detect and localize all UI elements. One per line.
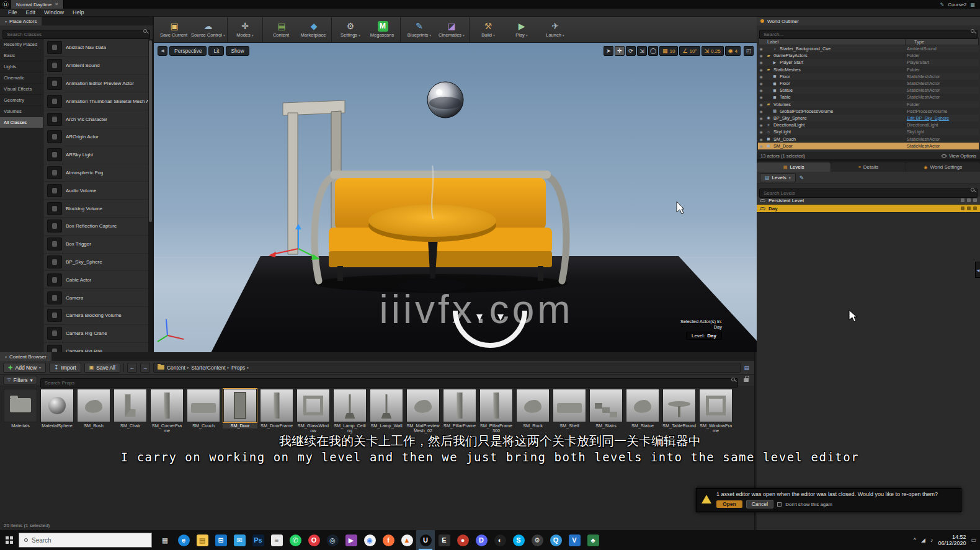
actor-class-item[interactable]: Camera Rig Rail bbox=[43, 343, 153, 352]
asset-tile[interactable]: SM_PillarFrame bbox=[442, 389, 477, 428]
taskbar-app-icon[interactable]: ● bbox=[453, 530, 472, 550]
back-button[interactable]: ← bbox=[127, 363, 137, 373]
taskbar-app-icon[interactable]: ⚙ bbox=[528, 530, 546, 550]
view-options-button[interactable]: View Options bbox=[942, 153, 976, 159]
asset-tile[interactable]: SM_Lamp_Ceiling bbox=[332, 389, 367, 434]
asset-tile[interactable]: SM_Bush bbox=[76, 389, 111, 428]
taskbar-app-icon[interactable]: Ps bbox=[249, 530, 267, 550]
levels-menu-button[interactable]: ▤ Levels ▾ bbox=[760, 173, 796, 182]
taskbar-app-icon[interactable]: ✆ bbox=[286, 530, 305, 550]
asset-tile[interactable]: Materials bbox=[3, 389, 38, 428]
actor-class-item[interactable]: Arch Vis Character bbox=[43, 110, 153, 128]
taskbar-search[interactable]: Search bbox=[19, 533, 152, 548]
asset-tile[interactable]: SM_GlassWindow bbox=[296, 389, 331, 434]
start-button[interactable] bbox=[0, 530, 19, 550]
actor-class-item[interactable]: Abstract Nav Data bbox=[43, 39, 153, 57]
content-browser-tab[interactable]: ▾ Content Browser bbox=[0, 352, 51, 361]
clock[interactable]: 14:52 06/12/2020 bbox=[938, 534, 966, 546]
asset-tile[interactable]: SM_WindowFrame bbox=[698, 389, 733, 434]
dont-show-checkbox[interactable] bbox=[777, 502, 782, 507]
outliner-row[interactable]: ◉ ☀ DirectionalLight DirectionalLight bbox=[758, 122, 979, 128]
asset-tile[interactable]: SM_PillarFrame300 bbox=[479, 389, 514, 434]
category-item[interactable]: Visual Effects bbox=[0, 84, 43, 95]
taskbar-app-icon[interactable]: ✉ bbox=[230, 530, 249, 550]
open-button[interactable]: Open bbox=[716, 500, 742, 508]
taskbar-app-icon[interactable]: ▲ bbox=[398, 530, 416, 550]
outliner-row[interactable]: ◉ ◼ SM_Couch StaticMeshActor bbox=[758, 135, 979, 142]
asset-tile[interactable]: SM_Statue bbox=[625, 389, 660, 428]
taskbar-app-icon[interactable]: ▶ bbox=[342, 530, 360, 550]
outliner-search-input[interactable] bbox=[759, 30, 978, 39]
visibility-eye-icon[interactable]: ◉ bbox=[758, 88, 764, 92]
asset-tile[interactable]: MaterialSphere bbox=[40, 389, 74, 428]
rotate-tool-icon[interactable]: ⟳ bbox=[626, 46, 636, 56]
visibility-eye-icon[interactable]: ◉ bbox=[758, 74, 764, 79]
visibility-eye-icon[interactable]: ◉ bbox=[758, 123, 764, 127]
menu-item[interactable]: Help bbox=[68, 9, 89, 16]
actor-class-item[interactable]: ARSky Light bbox=[43, 146, 153, 164]
camera-speed-control[interactable]: ◉ 4 bbox=[725, 46, 741, 56]
outliner-row[interactable]: ◉ ◼ Floor StaticMeshActor bbox=[758, 73, 979, 80]
panel-expand-tab[interactable]: ◀ bbox=[975, 262, 980, 278]
asset-tile[interactable]: SM_Door bbox=[223, 389, 257, 428]
outliner-row[interactable]: ◉ ◼ SM_Door StaticMeshActor bbox=[758, 143, 979, 149]
panel-tab[interactable]: ◉ World Settings bbox=[906, 162, 980, 172]
asset-tile[interactable]: SM_Stairs bbox=[589, 389, 623, 428]
taskbar-app-icon[interactable]: e bbox=[174, 530, 193, 550]
actor-class-item[interactable]: Cable Actor bbox=[43, 271, 153, 289]
show-button[interactable]: Show bbox=[226, 46, 249, 56]
category-item[interactable]: All Classes bbox=[0, 117, 43, 128]
actor-class-item[interactable]: Camera Rig Crane bbox=[43, 325, 153, 343]
level-tab[interactable]: Normal Daytime ✕ bbox=[11, 0, 64, 9]
category-item[interactable]: Lights bbox=[0, 61, 43, 73]
scrollbar[interactable] bbox=[148, 39, 153, 352]
asset-tile[interactable]: SM_CornerFrame bbox=[149, 389, 184, 434]
actor-class-item[interactable]: AROrigin Actor bbox=[43, 128, 153, 146]
viewport-options-button[interactable]: ◀ bbox=[158, 46, 167, 56]
visibility-eye-icon[interactable]: ◉ bbox=[758, 95, 764, 99]
breadcrumb-item[interactable]: Content bbox=[167, 365, 185, 371]
asset-tile[interactable]: SM_Couch bbox=[186, 389, 221, 428]
taskbar-app-icon[interactable]: Q bbox=[546, 530, 565, 550]
actor-class-item[interactable]: Camera Blocking Volume bbox=[43, 307, 153, 325]
outliner-row[interactable]: ◉ ◼ Statue StaticMeshActor bbox=[758, 87, 979, 94]
visibility-eye-icon[interactable] bbox=[760, 207, 765, 210]
asset-search-input[interactable] bbox=[40, 378, 738, 388]
scale-tool-icon[interactable]: ⇲ bbox=[637, 46, 647, 56]
lock-icon[interactable] bbox=[744, 378, 749, 382]
menu-item[interactable]: Edit bbox=[22, 9, 40, 16]
toolbar-button[interactable]: ☁ Source Control▾ bbox=[191, 17, 228, 42]
save-icon[interactable] bbox=[967, 206, 971, 210]
taskbar-app-icon[interactable]: ⊞ bbox=[212, 530, 230, 550]
taskbar-app-icon[interactable]: ◉ bbox=[360, 530, 379, 550]
visibility-eye-icon[interactable]: ◉ bbox=[758, 47, 764, 51]
outliner-row[interactable]: ◉ ☼ SkyLight SkyLight bbox=[758, 128, 979, 135]
filters-button[interactable]: ▽ Filters ▾ bbox=[3, 376, 37, 384]
visibility-eye-icon[interactable]: ◉ bbox=[758, 53, 764, 58]
outliner-row[interactable]: ◉ ♪ Starter_Background_Cue AmbientSound bbox=[758, 45, 979, 52]
taskbar-app-icon[interactable]: U bbox=[416, 530, 435, 550]
viewport[interactable]: iiivfx.com ◀ Perspective Lit Show ➤ ✛ ⟳ … bbox=[154, 43, 757, 352]
toolbar-button[interactable]: ✎ Blueprints▾ bbox=[403, 17, 436, 42]
visibility-eye-icon[interactable]: ◉ bbox=[758, 144, 764, 148]
outliner-row[interactable]: ◉ ▰ GamePlayActors Folder bbox=[758, 52, 979, 59]
outliner-row[interactable]: ◉ ▰ StaticMeshes Folder bbox=[758, 66, 979, 73]
taskbar-app-icon[interactable]: V bbox=[565, 530, 584, 550]
taskbar-app-icon[interactable]: D bbox=[472, 530, 491, 550]
outliner-row[interactable]: ◉ ▶ Player Start PlayerStart bbox=[758, 59, 979, 66]
category-item[interactable]: Volumes bbox=[0, 106, 43, 117]
toolbar-button[interactable]: ◆ Marketplace bbox=[298, 17, 332, 42]
actor-class-item[interactable]: Box Reflection Capture bbox=[43, 218, 153, 236]
taskbar-app-icon[interactable]: ♣ bbox=[584, 530, 602, 550]
taskbar-app-icon[interactable]: O bbox=[305, 530, 323, 550]
viewport-3d-scene[interactable]: iiivfx.com bbox=[154, 43, 757, 352]
asset-tile[interactable]: SM_MatPreviewMesh_02 bbox=[406, 389, 440, 434]
import-button[interactable]: ↧ Import bbox=[49, 363, 81, 373]
visibility-eye-icon[interactable]: ◉ bbox=[758, 130, 764, 134]
outliner-row[interactable]: ◉ ▩ GlobalPostProcessVolume PostProcessV… bbox=[758, 108, 979, 115]
rotation-snap-control[interactable]: ∠ 10° bbox=[679, 46, 700, 56]
move-tool-icon[interactable]: ✛ bbox=[615, 46, 625, 56]
menu-item[interactable]: File bbox=[4, 9, 22, 16]
color-icon[interactable] bbox=[973, 206, 977, 210]
category-item[interactable]: Basic bbox=[0, 50, 43, 61]
